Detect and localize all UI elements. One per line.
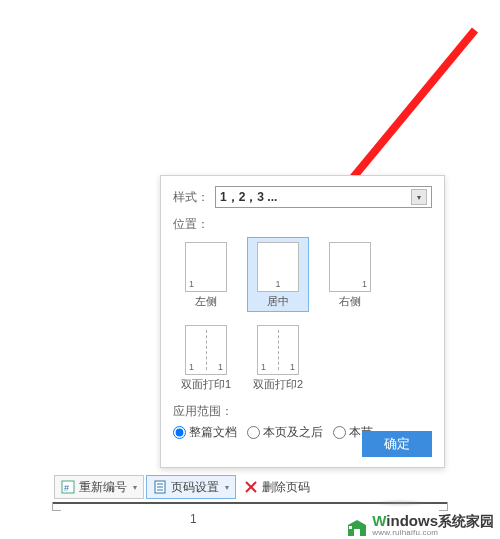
svg-rect-11 (349, 526, 352, 529)
position-option-duplex1[interactable]: 11 双面打印1 (175, 320, 237, 395)
scope-label: 应用范围： (173, 403, 432, 420)
delete-page-number-button[interactable]: 删除页码 (238, 476, 316, 498)
position-options: 1 左侧 1 居中 1 右侧 11 双面打印1 11 双面打印2 (173, 237, 432, 395)
page-thumb-duplex2: 11 (257, 325, 299, 375)
scope-radio-label: 本页及之后 (263, 424, 323, 441)
chevron-down-icon: ▾ (133, 483, 137, 492)
toolbar-button-label: 页码设置 (171, 479, 219, 496)
position-option-label: 双面打印1 (181, 377, 231, 392)
toolbar-button-label: 删除页码 (262, 479, 310, 496)
watermark-prefix: W (372, 512, 386, 529)
watermark-logo-icon (346, 517, 368, 537)
style-row: 样式： 1，2，3 ... ▾ (173, 186, 432, 208)
toolbar-button-label: 重新编号 (79, 479, 127, 496)
page-number-toolbar: # 重新编号 ▾ 页码设置 ▾ 删除页码 (54, 475, 316, 499)
page-thumb-center: 1 (257, 242, 299, 292)
scope-radio-input[interactable] (247, 426, 260, 439)
scope-radio-input[interactable] (333, 426, 346, 439)
page-setup-icon (153, 480, 167, 494)
position-option-label: 居中 (267, 294, 289, 309)
page-thumb-right: 1 (329, 242, 371, 292)
renumber-button[interactable]: # 重新编号 ▾ (54, 475, 144, 499)
position-label: 位置： (173, 216, 432, 233)
watermark: Windows系统家园 www.ruihaifu.com (346, 513, 494, 537)
chevron-down-icon: ▾ (411, 189, 427, 205)
scope-radio-label: 整篇文档 (189, 424, 237, 441)
page-corner-right (439, 502, 448, 511)
delete-icon (244, 480, 258, 494)
style-label: 样式： (173, 189, 209, 206)
position-option-label: 双面打印2 (253, 377, 303, 392)
position-option-left[interactable]: 1 左侧 (175, 237, 237, 312)
watermark-url: www.ruihaifu.com (372, 529, 494, 537)
position-option-label: 左侧 (195, 294, 217, 309)
watermark-cn: 系统家园 (438, 513, 494, 529)
position-option-center[interactable]: 1 居中 (247, 237, 309, 312)
scope-radio-whole-doc[interactable]: 整篇文档 (173, 424, 237, 441)
page-thumb-duplex1: 11 (185, 325, 227, 375)
page-corner-left (52, 502, 61, 511)
page-thumb-left: 1 (185, 242, 227, 292)
watermark-text: Windows系统家园 www.ruihaifu.com (372, 513, 494, 537)
page-curl-shadow (370, 499, 430, 507)
svg-text:#: # (64, 483, 69, 493)
scope-radio-this-and-after[interactable]: 本页及之后 (247, 424, 323, 441)
style-dropdown[interactable]: 1，2，3 ... ▾ (215, 186, 432, 208)
ok-button[interactable]: 确定 (362, 431, 432, 457)
position-option-duplex2[interactable]: 11 双面打印2 (247, 320, 309, 395)
scope-radio-input[interactable] (173, 426, 186, 439)
page-setup-button[interactable]: 页码设置 ▾ (146, 475, 236, 499)
position-option-label: 右侧 (339, 294, 361, 309)
chevron-down-icon: ▾ (225, 483, 229, 492)
style-dropdown-value: 1，2，3 ... (220, 189, 277, 206)
page-number-settings-panel: 样式： 1，2，3 ... ▾ 位置： 1 左侧 1 居中 1 右侧 11 双面… (160, 175, 445, 468)
position-option-right[interactable]: 1 右侧 (319, 237, 381, 312)
renumber-icon: # (61, 480, 75, 494)
watermark-rest: indows (386, 512, 438, 529)
